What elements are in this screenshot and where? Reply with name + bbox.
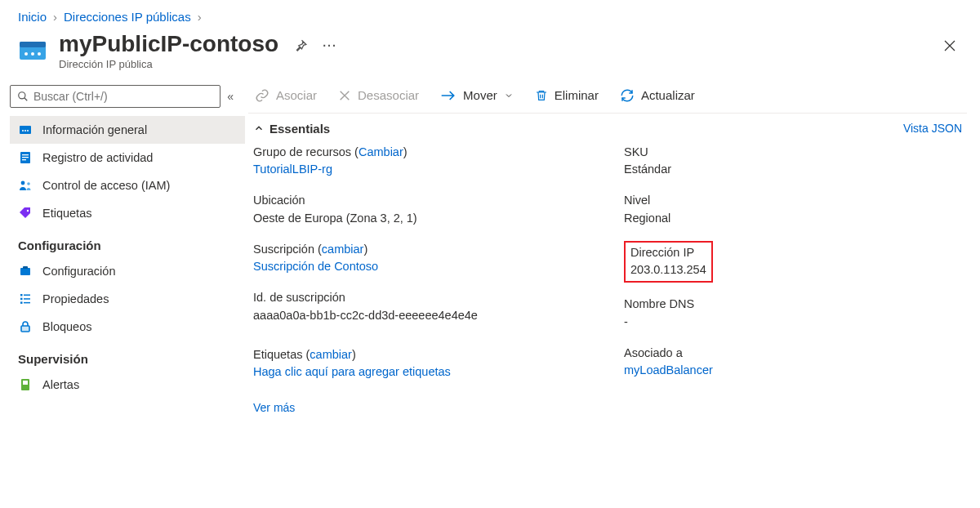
chevron-down-icon	[504, 91, 514, 100]
add-tags-link[interactable]: Haga clic aquí para agregar etiquetas	[253, 365, 451, 378]
chevron-right-icon: ›	[198, 10, 202, 24]
svg-point-16	[27, 209, 29, 211]
sidebar-item-label: Propiedades	[42, 292, 109, 305]
dns-value: -	[624, 314, 962, 332]
collapse-sidebar-icon[interactable]: «	[220, 87, 240, 106]
associate-button[interactable]: Asociar	[253, 87, 318, 105]
resource-header: myPublicIP-contoso Dirección IP pública …	[0, 27, 980, 78]
sidebar-item-label: Etiquetas	[42, 207, 91, 220]
search-icon	[17, 91, 29, 102]
svg-point-8	[24, 130, 26, 131]
svg-rect-19	[20, 294, 23, 296]
chevron-up-icon	[253, 123, 265, 134]
sidebar-item-config[interactable]: Configuración	[10, 257, 245, 285]
search-input[interactable]	[33, 90, 213, 103]
breadcrumb: Inicio › Direcciones IP públicas ›	[0, 0, 980, 27]
dns-label: Nombre DNS	[624, 296, 962, 314]
sidebar-item-activity-log[interactable]: Registro de actividad	[10, 144, 245, 172]
sidebar-item-label: Alertas	[42, 378, 79, 391]
page-title: myPublicIP-contoso	[59, 30, 278, 58]
resource-sidebar: « Información general Registro de activi…	[0, 78, 245, 438]
alert-icon	[18, 377, 33, 392]
resource-group-value[interactable]: TutorialLBIP-rg	[253, 163, 332, 176]
sidebar-search[interactable]	[10, 85, 220, 108]
log-icon	[18, 150, 33, 165]
breadcrumb-parent[interactable]: Direcciones IP públicas	[64, 10, 191, 24]
sidebar-item-locks[interactable]: Bloqueos	[10, 313, 245, 341]
essentials-toggle[interactable]: Essentials	[253, 122, 330, 136]
delete-button[interactable]: Eliminar	[533, 87, 600, 105]
sidebar-item-iam[interactable]: Control de acceso (IAM)	[10, 172, 245, 199]
config-icon	[18, 264, 33, 279]
overview-icon	[18, 123, 33, 137]
resource-group-label: Grupo de recursos	[253, 145, 351, 158]
command-bar: Asociar Desasociar Mover	[248, 78, 967, 114]
change-resource-group-link[interactable]: Cambiar	[359, 145, 403, 158]
svg-rect-1	[20, 42, 46, 47]
close-icon[interactable]	[938, 33, 962, 58]
refresh-button[interactable]: Actualizar	[618, 87, 697, 105]
svg-rect-17	[20, 268, 30, 275]
svg-point-9	[27, 130, 29, 131]
sidebar-section-monitor: Supervisión	[10, 341, 245, 371]
sidebar-item-label: Información general	[42, 123, 147, 136]
arrow-right-icon	[440, 89, 457, 102]
move-button[interactable]: Mover	[439, 87, 515, 104]
subscription-id-label: Id. de suscripción	[253, 289, 591, 307]
breadcrumb-home[interactable]: Inicio	[18, 10, 47, 24]
json-view-link[interactable]: Vista JSON	[903, 122, 962, 135]
sku-label: SKU	[624, 144, 962, 162]
refresh-icon	[620, 88, 635, 103]
sidebar-item-label: Control de acceso (IAM)	[42, 179, 170, 192]
see-more-link[interactable]: Ver más	[253, 401, 295, 414]
change-subscription-link[interactable]: cambiar	[322, 243, 364, 256]
chevron-right-icon: ›	[53, 10, 57, 24]
sidebar-section-config: Configuración	[10, 227, 245, 257]
location-value: Oeste de Europa (Zona 3, 2, 1)	[253, 210, 591, 228]
sku-value: Estándar	[624, 161, 962, 179]
svg-rect-13	[22, 159, 26, 160]
tier-value: Regional	[624, 210, 962, 228]
associated-value[interactable]: myLoadBalancer	[624, 363, 713, 377]
subscription-label: Suscripción	[253, 243, 314, 256]
svg-rect-11	[22, 154, 29, 155]
public-ip-resource-icon	[18, 35, 47, 65]
svg-point-14	[21, 180, 25, 185]
svg-point-3	[31, 52, 34, 56]
disassociate-button[interactable]: Desasociar	[336, 87, 421, 104]
sidebar-item-overview[interactable]: Información general	[10, 116, 245, 144]
sidebar-item-label: Bloqueos	[42, 320, 91, 333]
svg-point-15	[27, 182, 30, 185]
pin-icon[interactable]	[293, 38, 308, 53]
svg-rect-23	[20, 301, 23, 304]
ip-value: 203.0.113.254	[630, 261, 706, 279]
svg-point-2	[24, 52, 28, 56]
essentials-panel: Grupo de recursos (Cambiar) TutorialLBIP…	[248, 144, 967, 395]
change-tags-link[interactable]: cambiar	[310, 348, 352, 361]
link-icon	[255, 88, 270, 103]
svg-rect-18	[23, 266, 28, 269]
subscription-id-value: aaaa0a0a-bb1b-cc2c-dd3d-eeeeee4e4e4e	[253, 307, 591, 325]
sidebar-item-label: Registro de actividad	[42, 151, 153, 164]
trash-icon	[535, 88, 548, 103]
subscription-value[interactable]: Suscripción de Contoso	[253, 260, 378, 273]
ip-address-highlight: Dirección IP 203.0.113.254	[624, 241, 713, 283]
more-icon[interactable]: ···	[323, 39, 337, 52]
sidebar-item-properties[interactable]: Propiedades	[10, 285, 245, 313]
sidebar-item-label: Configuración	[42, 265, 115, 278]
sidebar-item-tags[interactable]: Etiquetas	[10, 199, 245, 227]
properties-icon	[18, 292, 33, 306]
svg-rect-24	[24, 301, 30, 303]
tag-icon	[18, 206, 33, 221]
svg-rect-21	[20, 297, 23, 300]
sidebar-item-alerts[interactable]: Alertas	[10, 371, 245, 399]
svg-rect-22	[24, 298, 30, 300]
associated-label: Asociado a	[624, 345, 962, 363]
ip-label: Dirección IP	[630, 244, 706, 262]
svg-rect-25	[21, 326, 29, 332]
svg-rect-27	[23, 381, 28, 385]
svg-rect-12	[22, 157, 29, 158]
x-icon	[338, 89, 351, 102]
iam-icon	[18, 178, 33, 193]
page-subtitle: Dirección IP pública	[59, 58, 278, 70]
